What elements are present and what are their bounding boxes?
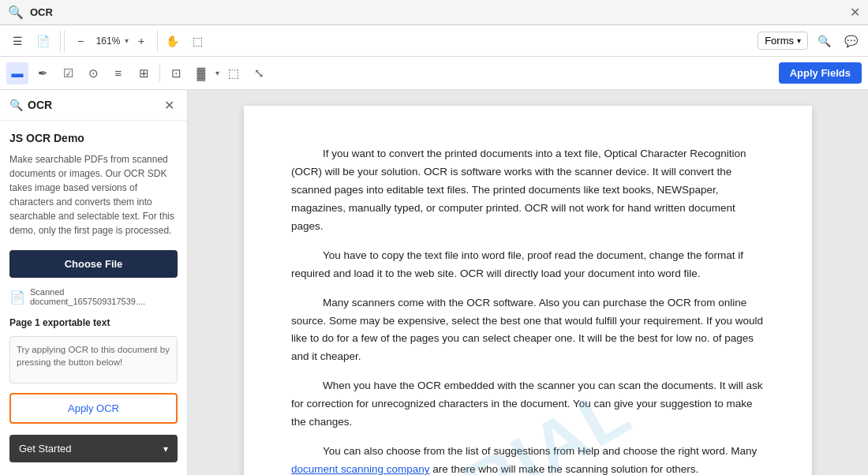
toolbar-separator [159,65,160,82]
sidebar-content: JS OCR Demo Make searchable PDFs from sc… [0,121,187,475]
document-scanning-link[interactable]: document scanning company [291,463,430,475]
forms-label: Forms [765,35,794,47]
ocr-sidebar-icon: 🔍 [9,99,23,111]
pdf-text-content: If you want to convert the printed docum… [291,145,765,475]
forms-dropdown[interactable]: Forms ▾ [758,32,808,50]
text-box-content: Try applying OCR to this document by pre… [17,345,170,367]
signature-tool-button[interactable]: ✒ [32,62,54,84]
zoom-level: 161% [93,36,123,47]
list-tool-button[interactable]: ≡ [107,62,129,84]
pdf-viewer[interactable]: TRIAL If you want to convert the printed… [188,90,868,475]
crop-tool-button[interactable]: ⊡ [165,62,187,84]
zoom-dropdown-icon: ▾ [125,36,129,45]
sidebar-close-button[interactable]: ✕ [160,96,178,114]
highlight-tool-button[interactable]: ▬ [6,62,28,84]
nav-tools: ☰ 📄 [6,30,61,52]
checkbox-tool-button[interactable]: ☑ [57,62,79,84]
main-layout: 🔍 OCR ✕ JS OCR Demo Make searchable PDFs… [0,90,868,475]
paragraph-3: Many scanners come with the OCR software… [291,294,765,367]
apply-ocr-button[interactable]: Apply OCR [9,393,178,424]
sidebar: 🔍 OCR ✕ JS OCR Demo Make searchable PDFs… [0,90,188,475]
get-started-bar[interactable]: Get Started ▾ [9,435,178,462]
zoom-in-button[interactable]: + [130,30,152,52]
file-icon: 📄 [9,290,25,305]
select-button[interactable]: ⬚ [186,30,208,52]
resize-tool-button[interactable]: ⤡ [248,62,270,84]
apply-fields-button[interactable]: Apply Fields [779,62,862,84]
radio-tool-button[interactable]: ⊙ [82,62,104,84]
paragraph-1: If you want to convert the printed docum… [291,145,765,236]
comment-button[interactable]: 💬 [840,30,862,52]
redact-tool-button[interactable]: ▓ [190,62,212,84]
ocr-icon: 🔍 [8,5,24,20]
top-toolbar: ☰ 📄 − 161% ▾ + ✋ ⬚ Forms ▾ 🔍 💬 [0,25,868,57]
paragraph-5-after-link: are there who will make the scanning sol… [430,463,699,475]
window-title: OCR [30,6,53,18]
sidebar-title-bar: 🔍 OCR ✕ [0,90,187,121]
forms-chevron-icon: ▾ [797,36,801,45]
app-description: Make searchable PDFs from scanned docume… [9,152,178,238]
app-title: JS OCR Demo [9,132,178,144]
exportable-text-box: Try applying OCR to this document by pre… [9,336,178,383]
paragraph-5: You can also choose from the list of sug… [291,443,765,475]
window-close-button[interactable]: ✕ [850,5,860,20]
grid-tool-button[interactable]: ⊞ [133,62,155,84]
search-button[interactable]: 🔍 [813,30,835,52]
pdf-page: TRIAL If you want to convert the printed… [244,106,812,475]
get-started-chevron-icon: ▾ [163,443,168,454]
paragraph-4: When you have the OCR embedded with the … [291,377,765,432]
redact-dropdown-icon: ▾ [215,69,219,77]
paragraph-2: You have to copy the text file into word… [291,247,765,283]
annotation-toolbar: ▬ ✒ ☑ ⊙ ≡ ⊞ ⊡ ▓ ▾ ⬚ ⤡ Apply Fields [0,57,868,90]
zoom-out-button[interactable]: − [69,30,92,52]
section-label: Page 1 exportable text [9,317,178,328]
paragraph-5-before-link: You can also choose from the list of sug… [323,445,757,457]
file-name: Scanned document_1657509317539.... [30,287,178,306]
zoom-area: − 161% ▾ + [64,30,158,52]
file-info: 📄 Scanned document_1657509317539.... [9,287,178,306]
choose-file-button[interactable]: Choose File [9,250,178,278]
sidebar-title: 🔍 OCR [9,99,52,111]
sidebar-toggle-button[interactable]: ☰ [6,30,28,52]
get-started-label: Get Started [19,443,71,454]
page-view-button[interactable]: 📄 [32,30,54,52]
selection-tool-button[interactable]: ⬚ [223,62,245,84]
pan-button[interactable]: ✋ [161,30,183,52]
